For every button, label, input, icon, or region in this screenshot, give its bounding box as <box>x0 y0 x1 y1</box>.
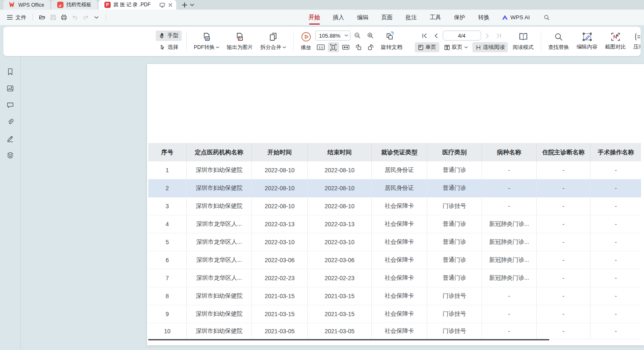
table-header-row: 序号定点医药机构名称开始时间结束时间就诊凭证类型医疗类别病种名称住院主诊断名称手… <box>148 143 641 161</box>
page-indicator-input[interactable] <box>443 31 481 41</box>
table-cell: - <box>591 161 641 179</box>
rotate-pages-button[interactable] <box>385 31 396 41</box>
menu-item-edit[interactable]: 编辑 <box>356 10 369 25</box>
split-merge-icon <box>268 32 278 42</box>
find-replace-button[interactable]: 查找替换 <box>545 27 573 56</box>
quickbar-chevron-button[interactable] <box>91 12 102 23</box>
table-cell: 社会保障卡 <box>372 323 427 339</box>
table-cell: - <box>591 215 641 233</box>
table-cell: 2022-03-10 <box>252 233 308 251</box>
column-header: 就诊凭证类型 <box>372 143 427 161</box>
table-cell: - <box>591 251 641 269</box>
menu-items: 开始 插入 编辑 页面 批注 工具 保护 转换 WPS AI <box>308 10 552 25</box>
table-cell: 8 <box>148 287 187 305</box>
compress-icon <box>634 32 641 41</box>
menu-search-button[interactable] <box>541 12 552 23</box>
rotate-right-icon <box>367 43 375 51</box>
table-cell: 新冠肺炎门诊... <box>482 215 537 233</box>
fit-page-icon <box>330 43 337 51</box>
zoom-in-button[interactable] <box>365 31 376 41</box>
table-cell: 居民身份证 <box>372 161 427 179</box>
bookmark-icon[interactable] <box>6 68 14 76</box>
select-tool-button[interactable]: 选择 <box>156 42 182 53</box>
menu-item-protect[interactable]: 保护 <box>453 10 466 25</box>
table-cell: 深圳市龙华区人... <box>187 215 252 233</box>
open-file-button[interactable] <box>37 12 48 23</box>
file-menu-button[interactable]: 文件 <box>4 14 29 21</box>
wps-logo-icon <box>9 2 15 8</box>
edit-content-button[interactable]: 编辑内容 <box>573 27 601 56</box>
monitor-icon[interactable] <box>159 2 165 8</box>
menu-item-page[interactable]: 页面 <box>380 10 393 25</box>
table-cell: - <box>591 305 641 323</box>
pdf-convert-icon: W <box>202 32 212 42</box>
comment-icon[interactable] <box>6 101 14 109</box>
hand-tool-button[interactable]: 手型 <box>156 31 182 41</box>
table-cell: - <box>482 305 537 323</box>
table-cell: - <box>537 269 591 287</box>
signature-icon[interactable] <box>6 135 14 143</box>
thumbnail-icon[interactable] <box>6 84 14 92</box>
edit-content-label: 编辑内容 <box>577 43 598 51</box>
fit-width-button[interactable] <box>340 42 352 52</box>
tab-docer[interactable]: 找稻壳模板 <box>51 0 97 10</box>
menu-item-home[interactable]: 开始 <box>308 10 321 25</box>
previous-page-button[interactable] <box>431 31 442 41</box>
table-cell: 2022-03-06 <box>252 251 308 269</box>
table-cell: 居民身份证 <box>372 179 427 197</box>
double-page-button[interactable]: 双页 <box>441 42 471 52</box>
zoom-out-button[interactable] <box>352 31 363 41</box>
book-icon <box>518 32 529 42</box>
close-tab-icon[interactable] <box>168 3 173 8</box>
menu-item-convert[interactable]: 转换 <box>477 10 490 25</box>
split-merge-button[interactable]: 拆分合并 <box>257 27 290 56</box>
column-header: 定点医药机构名称 <box>187 143 252 161</box>
undo-button[interactable] <box>69 12 80 23</box>
tab-list-chevron-icon[interactable] <box>190 4 194 6</box>
layers-icon[interactable] <box>6 151 14 159</box>
chevron-down-icon <box>94 16 99 19</box>
table-cell: - <box>482 161 537 179</box>
first-page-button[interactable] <box>419 31 430 41</box>
search-icon <box>543 14 550 21</box>
table-cell: - <box>591 179 641 197</box>
table-cell: 2021-03-15 <box>308 305 372 323</box>
screenshot-compare-button[interactable]: 截图对比 <box>601 27 630 56</box>
table-bottom-border <box>148 339 549 340</box>
export-image-button[interactable]: 输出为图片 <box>223 27 257 56</box>
attachment-icon[interactable] <box>6 118 14 126</box>
menu-item-wps-ai[interactable]: WPS AI <box>502 14 530 20</box>
menu-item-comment[interactable]: 批注 <box>405 10 418 25</box>
table-cell: 普通门诊 <box>427 215 482 233</box>
menu-item-insert[interactable]: 插入 <box>332 10 345 25</box>
table-cell: 6 <box>148 251 187 269</box>
last-page-button[interactable] <box>494 31 505 41</box>
rotate-left-button[interactable] <box>353 42 364 52</box>
pdf-page: 序号定点医药机构名称开始时间结束时间就诊凭证类型医疗类别病种名称住院主诊断名称手… <box>147 64 644 345</box>
document-area: 序号定点医药机构名称开始时间结束时间就诊凭证类型医疗类别病种名称住院主诊断名称手… <box>0 57 644 350</box>
rotate-document-button[interactable]: 旋转文档 <box>378 42 406 52</box>
read-mode-button[interactable]: 阅读模式 <box>509 27 538 56</box>
next-page-button[interactable] <box>482 31 493 41</box>
file-menu-label: 文件 <box>15 14 26 21</box>
rotate-right-button[interactable] <box>365 42 377 52</box>
tab-active-pdf[interactable]: P 就 医 记 录 .PDF <box>99 0 177 10</box>
continuous-read-button[interactable]: 连续阅读 <box>472 42 508 52</box>
tab-wps-office[interactable]: WPS Office <box>3 0 50 10</box>
rotate-left-icon <box>355 43 362 51</box>
single-page-button[interactable]: 单页 <box>415 42 439 52</box>
pdf-convert-button[interactable]: W PDF转换 <box>190 27 223 56</box>
compress-button[interactable]: 压缩 <box>630 27 641 56</box>
new-tab-icon[interactable] <box>182 2 188 8</box>
fit-page-button[interactable] <box>328 42 339 52</box>
cursor-icon <box>159 44 165 51</box>
actual-size-button[interactable]: 1:1 <box>315 42 327 52</box>
print-button[interactable] <box>58 12 69 23</box>
redo-button[interactable] <box>80 12 91 23</box>
table-cell: - <box>537 251 591 269</box>
menu-item-tools[interactable]: 工具 <box>429 10 442 25</box>
table-cell: 深圳市龙华区人... <box>187 269 252 287</box>
play-button[interactable]: 播放 <box>297 27 315 56</box>
save-button[interactable] <box>48 12 58 23</box>
column-header: 序号 <box>148 143 187 161</box>
